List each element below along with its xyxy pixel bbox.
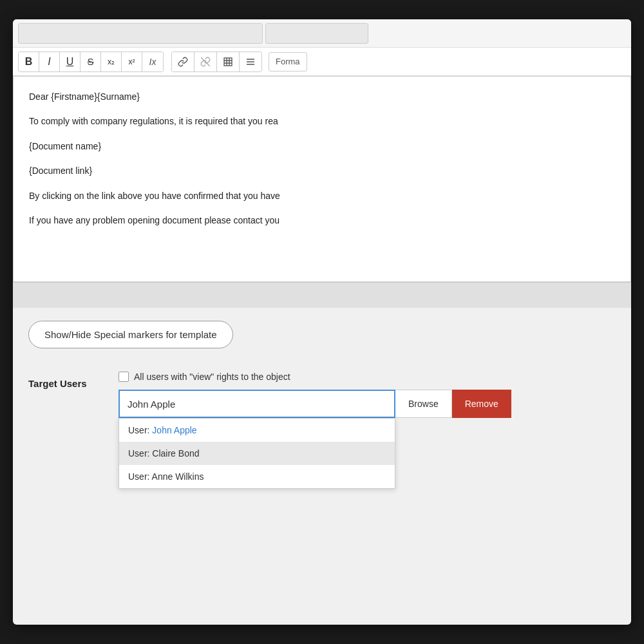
user-input-row: Browse Remove User: John Apple User: Cla…	[118, 390, 631, 418]
format-label[interactable]: Forma	[269, 52, 307, 71]
editor-footer-bar	[13, 282, 631, 308]
browse-button[interactable]: Browse	[395, 390, 452, 418]
show-hide-markers-button[interactable]: Show/Hide Special markers for template	[28, 321, 233, 348]
editor-line-6: If you have any problem opening document…	[29, 213, 615, 227]
insert-group	[171, 52, 262, 72]
dropdown-item-text-2: User: Anne Wilkins	[128, 471, 204, 482]
user-dropdown: User: John Apple User: Claire Bond User:…	[118, 418, 395, 489]
remove-button[interactable]: Remove	[452, 390, 511, 418]
view-rights-checkbox-row: All users with "view" rights to the obje…	[118, 372, 631, 382]
dropdown-item-prefix-0: User:	[128, 425, 152, 435]
view-rights-checkbox[interactable]	[118, 372, 129, 382]
dropdown-item-text-1: User: Claire Bond	[128, 448, 200, 459]
table-button[interactable]	[217, 52, 240, 71]
align-button[interactable]	[240, 52, 261, 71]
editor-line-5: By clicking on the link above you have c…	[29, 189, 615, 203]
editor-content[interactable]: Dear {Firstname}{Surname} To comply with…	[13, 76, 631, 282]
target-users-content: All users with "view" rights to the obje…	[118, 372, 631, 418]
view-rights-label: All users with "view" rights to the obje…	[134, 372, 290, 382]
top-bar	[13, 19, 631, 48]
target-users-section: Target Users All users with "view" right…	[13, 361, 631, 428]
target-users-label: Target Users	[28, 372, 106, 389]
top-bar-left-field[interactable]	[18, 23, 263, 44]
bold-button[interactable]: B	[19, 52, 39, 71]
main-container: B I U S x₂ x² Ix Forma Dear {First	[13, 19, 631, 625]
dropdown-item-1[interactable]: User: Claire Bond	[119, 442, 395, 465]
editor-line-1: Dear {Firstname}{Surname}	[29, 90, 615, 104]
dropdown-item-0[interactable]: User: John Apple	[119, 419, 395, 442]
dropdown-item-2[interactable]: User: Anne Wilkins	[119, 465, 395, 488]
underline-button[interactable]: U	[60, 52, 80, 71]
superscript-button[interactable]: x²	[122, 52, 142, 71]
unlink-button[interactable]	[194, 52, 217, 71]
dropdown-item-name-0[interactable]: John Apple	[152, 425, 196, 435]
user-search-input[interactable]	[118, 390, 395, 418]
link-button[interactable]	[172, 52, 194, 71]
italic-button[interactable]: I	[39, 52, 60, 71]
editor-line-2: To comply with company regulations, it i…	[29, 114, 615, 128]
svg-rect-1	[224, 58, 232, 66]
show-hide-wrapper: Show/Hide Special markers for template	[13, 308, 631, 361]
format-toolbar: B I U S x₂ x² Ix Forma	[13, 48, 631, 76]
subscript-button[interactable]: x₂	[101, 52, 122, 71]
editor-line-3: {Document name}	[29, 139, 615, 153]
top-bar-right-field[interactable]	[265, 23, 368, 44]
text-format-group: B I U S x₂ x² Ix	[18, 52, 164, 72]
editor-line-4: {Document link}	[29, 164, 615, 178]
strikethrough-button[interactable]: S	[80, 52, 101, 71]
clear-format-button[interactable]: Ix	[142, 52, 163, 71]
